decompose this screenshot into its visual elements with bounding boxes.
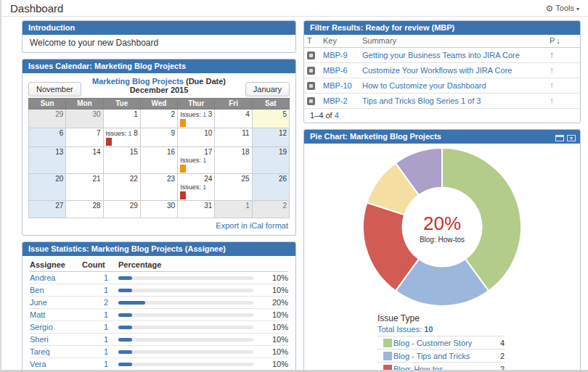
pie-chart-body: 20% Blog: How-tos Issue Type Total Issue… bbox=[304, 144, 580, 372]
legend-swatch-cell bbox=[377, 336, 393, 350]
filter-column-header-t: T bbox=[304, 35, 320, 48]
issues-calendar-panel-header: Issues Calendar: Marketing Blog Projects bbox=[23, 59, 295, 73]
percentage-bar-cell bbox=[118, 321, 258, 334]
calendar-day-cell: 14 bbox=[66, 147, 103, 174]
calendar-day-cell: 4 bbox=[215, 109, 252, 128]
donut-chart: 20% Blog: How-tos bbox=[362, 146, 523, 310]
count-cell: 1 bbox=[82, 284, 118, 297]
filter-results-panel-header: Filter Results: Ready for review (MBP) bbox=[304, 21, 580, 35]
tools-label: Tools bbox=[555, 4, 574, 12]
calendar-day-cell: 2 bbox=[252, 201, 289, 218]
tools-button[interactable]: ⚙Tools▾ bbox=[546, 4, 579, 14]
assignee-link[interactable]: Tareq bbox=[30, 347, 50, 356]
day-number: 17 bbox=[204, 148, 212, 156]
issue-key-cell: MBP-2 bbox=[320, 94, 359, 109]
count-cell: 1 bbox=[82, 309, 118, 321]
statistics-row: Sergio110% bbox=[30, 321, 288, 334]
legend-total-label: Total Issues: bbox=[377, 325, 422, 334]
day-number: 11 bbox=[242, 129, 249, 137]
count-link[interactable]: 1 bbox=[104, 360, 108, 368]
introduction-panel-header: Introduction bbox=[23, 21, 295, 35]
legend-label-link[interactable]: Blog - Customer Story bbox=[393, 339, 472, 347]
statistics-row: Ben110% bbox=[30, 284, 288, 297]
legend-label-cell: Blog - Tips and Tricks bbox=[393, 350, 490, 363]
issues-count-link[interactable]: 1 bbox=[203, 157, 206, 164]
calendar-project-link[interactable]: Marketing Blog Projects bbox=[92, 77, 184, 86]
day-number: 23 bbox=[167, 175, 175, 183]
day-number: 18 bbox=[242, 148, 250, 156]
count-link[interactable]: 1 bbox=[104, 286, 108, 294]
legend-row: Blog - Tips and Tricks2 bbox=[377, 350, 505, 363]
issue-marker[interactable] bbox=[106, 138, 112, 146]
legend-label-link[interactable]: Blog - Tips and Tricks bbox=[393, 352, 470, 360]
previous-month-button[interactable]: November bbox=[28, 82, 81, 96]
calendar-week-row: 2021222324Issues: 12526 bbox=[29, 174, 290, 201]
percentage-column-header: Percentage bbox=[118, 257, 288, 272]
filter-row: MBP-10How to Customize your Dashboard↑ bbox=[304, 78, 580, 94]
weekday-header: Fri bbox=[215, 99, 252, 109]
assignee-link[interactable]: Vera bbox=[30, 360, 46, 368]
issue-key-cell: MBP-9 bbox=[320, 48, 359, 63]
issue-summary-link[interactable]: Customize Your Workflows with JIRA Core bbox=[362, 66, 512, 75]
assignee-link[interactable]: Ben bbox=[30, 286, 44, 294]
calendar-day-cell: 12 bbox=[252, 128, 289, 147]
count-link[interactable]: 1 bbox=[104, 310, 108, 319]
pie-legend: Issue Type Total Issues: 10 Blog - Custo… bbox=[377, 313, 505, 372]
issue-key-link[interactable]: MBP-6 bbox=[323, 66, 348, 75]
count-link[interactable]: 1 bbox=[104, 335, 108, 344]
donut-chart-svg[interactable] bbox=[362, 146, 523, 307]
count-link[interactable]: 2 bbox=[104, 298, 108, 307]
issue-key-cell: MBP-6 bbox=[320, 63, 359, 78]
next-month-button[interactable]: January bbox=[245, 82, 290, 96]
issue-key-link[interactable]: MBP-9 bbox=[323, 51, 348, 59]
calendar-day-cell: 20 bbox=[29, 174, 66, 201]
issue-marker[interactable] bbox=[180, 119, 186, 127]
legend-total-value: 10 bbox=[424, 325, 433, 334]
calendar-day-cell: 19 bbox=[252, 147, 289, 174]
calendar-day-cell: 16 bbox=[140, 147, 177, 174]
calendar-day-cell: 2 bbox=[140, 109, 177, 128]
calendar-day-cell: 17Issues: 1 bbox=[178, 147, 215, 174]
percentage-bar-fill bbox=[118, 363, 132, 366]
issue-marker[interactable] bbox=[180, 191, 186, 199]
dropdown-icon[interactable] bbox=[567, 135, 576, 141]
issue-summary-link[interactable]: Getting your Business Teams into JIRA Co… bbox=[362, 51, 520, 59]
assignee-link[interactable]: Matt bbox=[30, 310, 45, 319]
count-link[interactable]: 1 bbox=[104, 323, 108, 331]
percentage-bar-fill bbox=[118, 338, 132, 342]
assignee-link[interactable]: June bbox=[30, 298, 47, 307]
export-ical-link[interactable]: Export in iCal format bbox=[216, 221, 288, 230]
percentage-bar-track bbox=[118, 289, 253, 292]
day-number: 19 bbox=[279, 148, 287, 156]
issue-summary-link[interactable]: Tips and Tricks Blog Series 1 of 3 bbox=[362, 96, 481, 105]
filter-row: MBP-6Customize Your Workflows with JIRA … bbox=[304, 63, 580, 78]
pie-chart-title: Pie Chart: Marketing Blog Projects bbox=[310, 132, 441, 141]
issue-summary-link[interactable]: How to Customize your Dashboard bbox=[362, 81, 486, 90]
day-number: 15 bbox=[130, 148, 138, 156]
issues-count-link[interactable]: 1 bbox=[203, 183, 206, 191]
count-link[interactable]: 1 bbox=[104, 273, 108, 282]
pagination-total-link[interactable]: 4 bbox=[335, 111, 339, 120]
count-cell: 1 bbox=[82, 321, 118, 334]
calendar-weekday-row: SunMonTueWedThurFriSat bbox=[29, 99, 290, 109]
issue-key-link[interactable]: MBP-2 bbox=[323, 96, 348, 105]
issue-key-link[interactable]: MBP-10 bbox=[323, 81, 352, 90]
calendar-subtitle-suffix: (Due Date) bbox=[184, 77, 226, 86]
assignee-link[interactable]: Andrea bbox=[30, 273, 55, 282]
legend-table: Blog - Customer Story4Blog - Tips and Tr… bbox=[377, 336, 505, 372]
issues-count-link[interactable]: 1 bbox=[128, 130, 132, 137]
percentage-bar-fill bbox=[118, 289, 132, 292]
calendar-day-cell: 23 bbox=[140, 174, 177, 201]
calendar-day-cell: 18 bbox=[215, 147, 252, 174]
assignee-link[interactable]: Sergio bbox=[30, 323, 53, 331]
day-number: 4 bbox=[245, 110, 250, 118]
count-link[interactable]: 1 bbox=[104, 347, 108, 356]
issues-count-link[interactable]: 1 bbox=[203, 111, 206, 118]
issue-marker[interactable] bbox=[180, 165, 186, 173]
assignee-link[interactable]: Sheri bbox=[30, 335, 49, 344]
calendar-day-cell: 10 bbox=[178, 128, 215, 147]
calendar-day-cell: 28 bbox=[66, 201, 103, 218]
minimize-icon[interactable] bbox=[555, 135, 564, 141]
sort-descending-icon[interactable]: ↓ bbox=[556, 36, 560, 45]
percentage-bar-track bbox=[118, 301, 253, 305]
